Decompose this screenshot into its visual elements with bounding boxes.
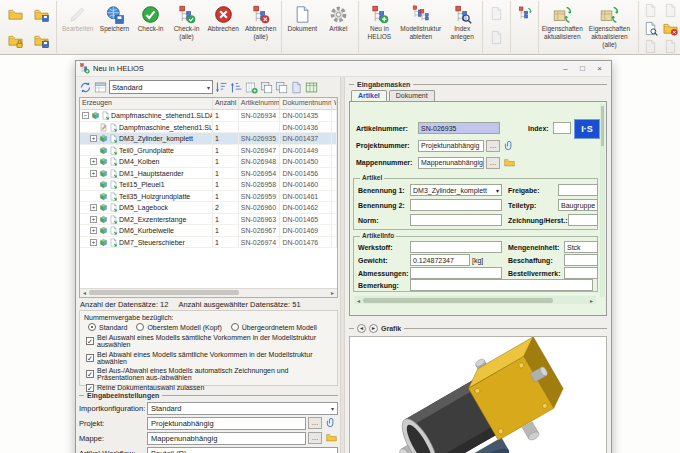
benennung1-combo[interactable]: DM3_Zylinder_komplett▾ xyxy=(410,184,502,196)
index-field[interactable] xyxy=(553,122,571,134)
checkbox-icon[interactable]: ✓ xyxy=(86,337,94,345)
next-graphic-icon[interactable]: ▸ xyxy=(369,324,378,333)
browse-button[interactable]: … xyxy=(308,417,322,429)
table-row[interactable]: Dampfmaschine_stehend1.SLDDRW1DN-001436 xyxy=(80,122,337,134)
scroll-left-icon[interactable]: ◂ xyxy=(80,289,89,296)
dialog-titlebar[interactable]: Neu in HELiOS – □ × xyxy=(76,61,611,77)
tree-expander-icon[interactable]: + xyxy=(90,216,97,223)
norm-field[interactable] xyxy=(410,214,502,226)
remove-folder-button[interactable] xyxy=(661,20,680,37)
table-row[interactable]: +DM2_Exzenterstange1SN-026963DN-001465 xyxy=(80,214,337,226)
scrollbar-thumb[interactable] xyxy=(363,298,553,303)
table-row[interactable]: +DM1_Hauptstaender1SN-026954DN-001456 xyxy=(80,168,337,180)
table-row[interactable]: Teil15_Pleuel11SN-026958DN-001460 xyxy=(80,179,337,191)
mappe-field[interactable]: Mappenunabhängig xyxy=(147,432,306,445)
scroll-right-icon[interactable]: ▸ xyxy=(587,297,596,304)
werkstoff-field[interactable] xyxy=(410,241,502,253)
column-header[interactable]: Anzahl xyxy=(213,98,239,109)
lock-document-button[interactable] xyxy=(3,28,28,53)
table-row[interactable]: +DM6_Kurbelwelle1SN-026967DN-001469 xyxy=(80,225,337,237)
scrollbar-thumb[interactable] xyxy=(601,106,604,146)
lock-save-document-button[interactable] xyxy=(29,28,54,53)
eigenschaften-button[interactable]: Eigenschaftenaktualisieren (alle) xyxy=(583,2,635,53)
abbrechen-button[interactable]: Abbrechen xyxy=(204,2,241,53)
tree-collapse-icon[interactable] xyxy=(230,81,243,94)
tree-expand-icon[interactable] xyxy=(215,81,228,94)
columns-add-icon[interactable] xyxy=(245,81,258,94)
radio-option[interactable]: Standard xyxy=(88,323,127,331)
tab-dokument[interactable]: Dokument xyxy=(389,90,435,101)
radio-icon[interactable] xyxy=(88,323,96,331)
neu-in-button[interactable]: Neu inHELiOS xyxy=(361,2,397,53)
benennung2-field[interactable] xyxy=(410,199,502,211)
scroll-right-icon[interactable]: ▸ xyxy=(328,289,337,296)
scrollbar-thumb[interactable] xyxy=(89,290,239,295)
column-header[interactable]: Erzeugen xyxy=(80,98,213,109)
scroll-left-icon[interactable]: ◂ xyxy=(354,297,363,304)
tree-expander-icon[interactable]: + xyxy=(90,158,97,165)
checkbox-option[interactable]: ✓Bei Auswahl eines Modells sämtliche Vor… xyxy=(86,334,333,348)
table-row[interactable]: −Dampfmaschine_stehend1.SLDASM1SN-026934… xyxy=(80,110,337,122)
mengeneinheit-field[interactable]: Stck xyxy=(564,241,598,253)
abbrechen-button[interactable]: Abbrechen(alle) xyxy=(242,2,279,53)
refresh-icon[interactable] xyxy=(79,81,92,94)
copy-win-icon[interactable] xyxy=(260,81,273,94)
dokument-button[interactable]: Dokument xyxy=(284,2,320,53)
index-button[interactable]: Indexanlegen xyxy=(444,2,480,53)
check-in-button[interactable]: Check-in xyxy=(132,2,168,53)
table-row[interactable]: +DM3_Zylinder_komplett1SN-026935DN-00143… xyxy=(80,133,337,145)
checkbox-option[interactable]: ✓Bei Abwahl eines Modells sämtliche Vork… xyxy=(86,351,333,365)
table-row[interactable]: Teil35_Holzgrundplatte1SN-026959DN-00146… xyxy=(80,191,337,203)
beschaffung-field[interactable] xyxy=(564,254,598,266)
tree-expander-icon[interactable]: + xyxy=(90,170,97,177)
artikelnummer-field[interactable]: SN-026935 xyxy=(418,122,500,134)
checkbox-icon[interactable]: ✓ xyxy=(86,370,94,378)
clip-blue-button[interactable] xyxy=(324,417,338,430)
table-row[interactable]: Teil0_Grundplatte1SN-026947DN-001449 xyxy=(80,145,337,157)
mappennummer-field[interactable]: Mappenunabhängig xyxy=(418,157,484,169)
structure-sync-button[interactable] xyxy=(513,2,536,25)
column-header[interactable]: Dokumentnummer xyxy=(280,98,332,109)
projekt-link-icon[interactable] xyxy=(502,139,516,152)
layout-icon[interactable] xyxy=(94,81,107,94)
column-header[interactable]: W xyxy=(332,98,337,109)
form-vertical-scrollbar[interactable] xyxy=(600,104,605,297)
gewicht-field[interactable]: 0.124872347 xyxy=(410,254,470,266)
tree-expander-icon[interactable]: + xyxy=(90,135,97,142)
preset-combobox[interactable]: Standard▾ xyxy=(109,80,213,94)
mappe-browse-button[interactable]: … xyxy=(486,157,500,169)
doc-blue-icon[interactable] xyxy=(290,81,303,94)
chevron-down-icon[interactable]: ▾ xyxy=(204,84,210,91)
tree-expander-icon[interactable]: + xyxy=(90,239,97,246)
maximize-button[interactable]: □ xyxy=(574,62,591,75)
check-in-button[interactable]: Check-in(alle) xyxy=(168,2,204,53)
column-header[interactable]: Artikelnummer xyxy=(239,98,281,109)
importkonfiguration-combobox[interactable]: Standard▾ xyxy=(147,402,338,415)
open-document-button[interactable] xyxy=(3,2,28,27)
radio-option[interactable]: Oberstem Modell (Kopf) xyxy=(136,323,221,331)
zeichnung-field[interactable] xyxy=(568,214,598,226)
chevron-down-icon[interactable]: ▾ xyxy=(331,405,334,412)
checkbox-icon[interactable]: ✓ xyxy=(86,354,94,362)
artikel-workflow-combobox[interactable]: Bauteil (R)▾ xyxy=(147,447,338,453)
tree-expander-icon[interactable]: + xyxy=(90,204,97,211)
prev-graphic-icon[interactable]: ◂ xyxy=(357,324,366,333)
radio-icon[interactable] xyxy=(136,323,144,331)
radio-option[interactable]: Übergeordnetem Modell xyxy=(231,323,317,331)
table-row[interactable]: +DM5_Lagebock2SN-026960DN-001462 xyxy=(80,202,337,214)
eigenschaften-button[interactable]: Eigenschaftenaktualisieren xyxy=(541,2,583,53)
find-document-button[interactable] xyxy=(641,20,660,37)
modellstruktur-button[interactable]: Modellstrukturableiten xyxy=(397,2,444,53)
projekt-browse-button[interactable]: … xyxy=(486,140,500,152)
tree-expander-icon[interactable]: + xyxy=(90,227,97,234)
artikel-button[interactable]: Artikel xyxy=(320,2,356,53)
teiletyp-field[interactable]: Baugruppe xyxy=(558,199,598,211)
freigabe-field[interactable] xyxy=(558,184,598,196)
projekt-field[interactable]: Projektunabhängig xyxy=(147,417,306,430)
table-row[interactable]: +DM4_Kolben1SN-026948DN-001450 xyxy=(80,156,337,168)
bemerkung-field[interactable] xyxy=(410,279,593,291)
form-horizontal-scrollbar[interactable]: ◂ ▸ xyxy=(354,296,596,304)
browse-button[interactable]: … xyxy=(308,432,322,444)
tree-expander-icon[interactable]: − xyxy=(82,112,89,119)
projektnummer-field[interactable]: Projektunabhängig xyxy=(418,140,484,152)
